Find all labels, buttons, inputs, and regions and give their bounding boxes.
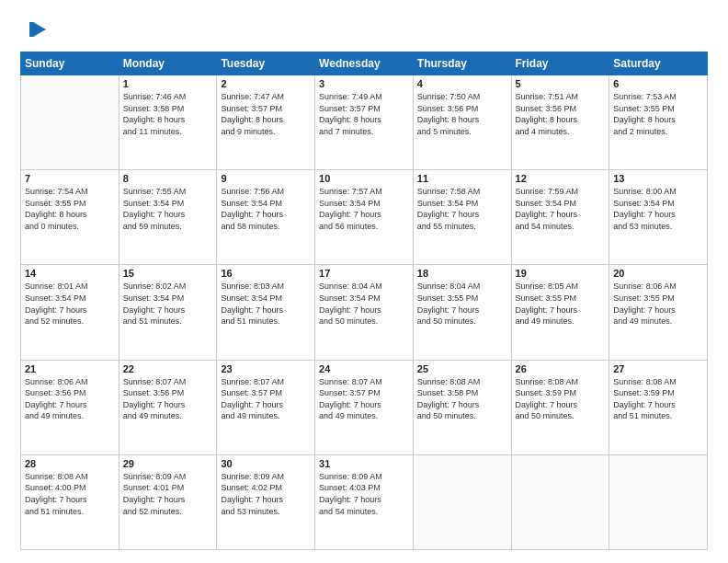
day-info: Sunrise: 7:56 AM Sunset: 3:54 PM Dayligh… <box>221 186 311 232</box>
calendar-cell: 15Sunrise: 8:02 AM Sunset: 3:54 PM Dayli… <box>119 265 217 360</box>
calendar-cell: 20Sunrise: 8:06 AM Sunset: 3:55 PM Dayli… <box>609 265 708 360</box>
day-number: 7 <box>25 173 115 184</box>
day-info: Sunrise: 8:08 AM Sunset: 4:00 PM Dayligh… <box>25 471 115 517</box>
day-number: 21 <box>25 363 115 374</box>
calendar-cell: 25Sunrise: 8:08 AM Sunset: 3:58 PM Dayli… <box>413 360 511 454</box>
header <box>20 17 708 42</box>
calendar-cell: 1Sunrise: 7:46 AM Sunset: 3:58 PM Daylig… <box>119 75 217 170</box>
calendar-cell: 8Sunrise: 7:55 AM Sunset: 3:54 PM Daylig… <box>119 170 217 265</box>
calendar-table: SundayMondayTuesdayWednesdayThursdayFrid… <box>20 52 708 550</box>
calendar-cell: 6Sunrise: 7:53 AM Sunset: 3:55 PM Daylig… <box>609 75 708 170</box>
day-info: Sunrise: 7:57 AM Sunset: 3:54 PM Dayligh… <box>319 186 409 232</box>
calendar-cell: 12Sunrise: 7:59 AM Sunset: 3:54 PM Dayli… <box>511 170 609 265</box>
day-number: 11 <box>417 173 507 184</box>
day-number: 19 <box>516 268 606 279</box>
svg-rect-1 <box>29 22 34 37</box>
logo <box>20 17 50 42</box>
day-number: 18 <box>417 268 507 279</box>
day-info: Sunrise: 8:06 AM Sunset: 3:56 PM Dayligh… <box>25 376 115 422</box>
calendar-cell: 26Sunrise: 8:08 AM Sunset: 3:59 PM Dayli… <box>511 360 609 454</box>
day-number: 24 <box>319 363 409 374</box>
day-info: Sunrise: 8:00 AM Sunset: 3:54 PM Dayligh… <box>613 186 703 232</box>
day-number: 5 <box>516 78 606 89</box>
day-number: 1 <box>123 78 213 89</box>
day-info: Sunrise: 8:08 AM Sunset: 3:58 PM Dayligh… <box>417 376 507 422</box>
week-row-3: 14Sunrise: 8:01 AM Sunset: 3:54 PM Dayli… <box>21 265 708 360</box>
calendar-cell: 24Sunrise: 8:07 AM Sunset: 3:57 PM Dayli… <box>315 360 414 454</box>
day-number: 26 <box>516 363 606 374</box>
calendar-cell: 7Sunrise: 7:54 AM Sunset: 3:55 PM Daylig… <box>21 170 119 265</box>
day-info: Sunrise: 7:54 AM Sunset: 3:55 PM Dayligh… <box>25 186 115 232</box>
day-info: Sunrise: 8:04 AM Sunset: 3:55 PM Dayligh… <box>417 281 507 327</box>
day-info: Sunrise: 8:02 AM Sunset: 3:54 PM Dayligh… <box>123 281 213 327</box>
calendar-cell: 27Sunrise: 8:08 AM Sunset: 3:59 PM Dayli… <box>609 360 708 454</box>
day-info: Sunrise: 7:55 AM Sunset: 3:54 PM Dayligh… <box>123 186 213 232</box>
calendar-cell: 31Sunrise: 8:09 AM Sunset: 4:03 PM Dayli… <box>315 454 414 549</box>
day-info: Sunrise: 8:08 AM Sunset: 3:59 PM Dayligh… <box>613 376 703 422</box>
day-number: 10 <box>319 173 409 184</box>
day-info: Sunrise: 8:05 AM Sunset: 3:55 PM Dayligh… <box>516 281 606 327</box>
day-info: Sunrise: 7:58 AM Sunset: 3:54 PM Dayligh… <box>417 186 507 232</box>
calendar-cell: 16Sunrise: 8:03 AM Sunset: 3:54 PM Dayli… <box>217 265 315 360</box>
day-number: 9 <box>221 173 311 184</box>
day-info: Sunrise: 8:04 AM Sunset: 3:54 PM Dayligh… <box>319 281 409 327</box>
weekday-header-thursday: Thursday <box>413 52 511 75</box>
day-number: 4 <box>417 78 507 89</box>
weekday-header-saturday: Saturday <box>609 52 708 75</box>
calendar-cell: 4Sunrise: 7:50 AM Sunset: 3:56 PM Daylig… <box>413 75 511 170</box>
day-number: 14 <box>25 268 115 279</box>
calendar-cell: 5Sunrise: 7:51 AM Sunset: 3:56 PM Daylig… <box>511 75 609 170</box>
day-number: 31 <box>319 458 409 469</box>
weekday-header-tuesday: Tuesday <box>217 52 315 75</box>
day-number: 6 <box>613 78 703 89</box>
svg-marker-0 <box>33 22 46 37</box>
calendar-cell: 18Sunrise: 8:04 AM Sunset: 3:55 PM Dayli… <box>413 265 511 360</box>
weekday-header-wednesday: Wednesday <box>315 52 414 75</box>
day-number: 13 <box>613 173 703 184</box>
day-info: Sunrise: 7:47 AM Sunset: 3:57 PM Dayligh… <box>221 91 311 137</box>
calendar-cell: 30Sunrise: 8:09 AM Sunset: 4:02 PM Dayli… <box>217 454 315 549</box>
calendar-cell: 2Sunrise: 7:47 AM Sunset: 3:57 PM Daylig… <box>217 75 315 170</box>
calendar-cell <box>413 454 511 549</box>
day-info: Sunrise: 8:03 AM Sunset: 3:54 PM Dayligh… <box>221 281 311 327</box>
calendar-cell: 23Sunrise: 8:07 AM Sunset: 3:57 PM Dayli… <box>217 360 315 454</box>
day-number: 8 <box>123 173 213 184</box>
day-number: 30 <box>221 458 311 469</box>
day-info: Sunrise: 7:49 AM Sunset: 3:57 PM Dayligh… <box>319 91 409 137</box>
day-number: 28 <box>25 458 115 469</box>
page: SundayMondayTuesdayWednesdayThursdayFrid… <box>0 0 728 563</box>
day-info: Sunrise: 8:09 AM Sunset: 4:02 PM Dayligh… <box>221 471 311 517</box>
day-number: 25 <box>417 363 507 374</box>
day-info: Sunrise: 8:07 AM Sunset: 3:57 PM Dayligh… <box>319 376 409 422</box>
calendar-body: 1Sunrise: 7:46 AM Sunset: 3:58 PM Daylig… <box>21 75 708 550</box>
day-info: Sunrise: 8:07 AM Sunset: 3:56 PM Dayligh… <box>123 376 213 422</box>
day-info: Sunrise: 7:51 AM Sunset: 3:56 PM Dayligh… <box>516 91 606 137</box>
calendar-cell: 10Sunrise: 7:57 AM Sunset: 3:54 PM Dayli… <box>315 170 414 265</box>
calendar-cell: 21Sunrise: 8:06 AM Sunset: 3:56 PM Dayli… <box>21 360 119 454</box>
week-row-2: 7Sunrise: 7:54 AM Sunset: 3:55 PM Daylig… <box>21 170 708 265</box>
day-number: 23 <box>221 363 311 374</box>
day-info: Sunrise: 8:09 AM Sunset: 4:01 PM Dayligh… <box>123 471 213 517</box>
calendar-cell: 11Sunrise: 7:58 AM Sunset: 3:54 PM Dayli… <box>413 170 511 265</box>
calendar-cell: 13Sunrise: 8:00 AM Sunset: 3:54 PM Dayli… <box>609 170 708 265</box>
weekday-row: SundayMondayTuesdayWednesdayThursdayFrid… <box>21 52 708 75</box>
calendar-header: SundayMondayTuesdayWednesdayThursdayFrid… <box>21 52 708 75</box>
day-info: Sunrise: 8:01 AM Sunset: 3:54 PM Dayligh… <box>25 281 115 327</box>
week-row-1: 1Sunrise: 7:46 AM Sunset: 3:58 PM Daylig… <box>21 75 708 170</box>
calendar-cell: 9Sunrise: 7:56 AM Sunset: 3:54 PM Daylig… <box>217 170 315 265</box>
day-number: 15 <box>123 268 213 279</box>
calendar-cell <box>609 454 708 549</box>
calendar-cell: 17Sunrise: 8:04 AM Sunset: 3:54 PM Dayli… <box>315 265 414 360</box>
day-number: 17 <box>319 268 409 279</box>
day-number: 22 <box>123 363 213 374</box>
day-info: Sunrise: 8:06 AM Sunset: 3:55 PM Dayligh… <box>613 281 703 327</box>
day-number: 3 <box>319 78 409 89</box>
day-info: Sunrise: 7:59 AM Sunset: 3:54 PM Dayligh… <box>516 186 606 232</box>
calendar-cell: 19Sunrise: 8:05 AM Sunset: 3:55 PM Dayli… <box>511 265 609 360</box>
day-number: 20 <box>613 268 703 279</box>
calendar-cell: 3Sunrise: 7:49 AM Sunset: 3:57 PM Daylig… <box>315 75 414 170</box>
week-row-5: 28Sunrise: 8:08 AM Sunset: 4:00 PM Dayli… <box>21 454 708 549</box>
calendar-cell <box>21 75 119 170</box>
day-info: Sunrise: 7:53 AM Sunset: 3:55 PM Dayligh… <box>613 91 703 137</box>
logo-icon <box>24 17 50 42</box>
